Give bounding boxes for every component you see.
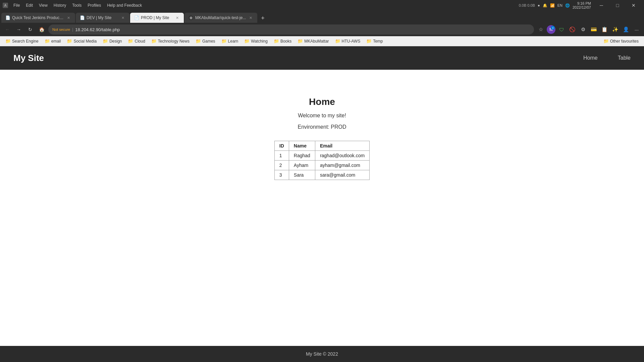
toolbar-icons: ☆ M3 🛡 🚫 ⚙ 💳 📋 ✨ 👤 ··· <box>536 25 641 34</box>
copilot-icon[interactable]: ✨ <box>610 25 620 34</box>
close-button[interactable]: ✕ <box>626 0 641 11</box>
bookmark-mkabumattar[interactable]: 📁 MKAbuMattar <box>295 37 331 45</box>
bookmark-design[interactable]: 📁 Design <box>100 37 124 45</box>
wallet-icon[interactable]: 💳 <box>589 25 598 34</box>
site-header: My Site Home Table <box>0 46 644 70</box>
bookmark-games[interactable]: 📁 Games <box>193 37 218 45</box>
home-button[interactable]: 🏠 <box>37 25 46 34</box>
menu-bar: File Edit View History Tools Profiles He… <box>11 2 145 8</box>
welcome-text: Welcome to my site! <box>298 113 346 119</box>
account-icon[interactable]: 👤 <box>621 25 631 34</box>
bookmarks-more[interactable]: 📁 Other favourites <box>601 37 641 45</box>
footer-text: My Site © 2022 <box>306 351 338 357</box>
system-tray: 0.0B 0.0B ● 🔔 📶 EN 🌐 <box>519 3 570 8</box>
cell-id: 1 <box>274 151 289 161</box>
security-indicator: Not secure <box>52 27 70 32</box>
site-nav: Home Table <box>583 55 631 61</box>
col-header-email: Email <box>315 141 369 151</box>
folder-icon: 📁 <box>244 39 250 44</box>
maximize-button[interactable]: □ <box>610 0 625 11</box>
folder-icon: 📁 <box>603 39 609 44</box>
folder-icon: 📁 <box>45 39 50 44</box>
menu-item-help[interactable]: Help and Feedback <box>104 2 145 8</box>
tab-2[interactable]: 📄 DEV | My Site ✕ <box>76 13 129 23</box>
website: My Site Home Table Home Welcome to my si… <box>0 46 644 362</box>
bookmark-cloud[interactable]: 📁 Cloud <box>125 37 148 45</box>
cell-name: Ayham <box>289 161 315 170</box>
bookmark-books[interactable]: 📁 Books <box>271 37 294 45</box>
tab-close-4[interactable]: ✕ <box>248 15 253 20</box>
battery-icon: ● <box>538 3 540 7</box>
cell-id: 2 <box>274 161 289 170</box>
folder-icon: 📁 <box>67 39 72 44</box>
nav-home[interactable]: Home <box>583 55 598 61</box>
keyboard-icon: EN <box>557 3 562 7</box>
minimize-button[interactable]: ─ <box>594 0 609 11</box>
cell-email: sara@gmail.com <box>315 170 369 180</box>
site-main: Home Welcome to my site! Environment: PR… <box>0 70 644 346</box>
collections-icon[interactable]: 📋 <box>600 25 609 34</box>
back-button[interactable]: ← <box>3 25 12 34</box>
folder-icon: 📁 <box>128 39 133 44</box>
bookmark-email[interactable]: 📁 email <box>42 37 64 45</box>
tab-close-2[interactable]: ✕ <box>120 15 125 20</box>
menu-item-view[interactable]: View <box>36 2 50 8</box>
folder-icon: 📁 <box>5 39 11 44</box>
address-bar[interactable]: Not secure | 18.204.62.90/table.php <box>48 24 534 35</box>
cell-email: raghad@outlook.com <box>315 151 369 161</box>
tab-1[interactable]: 📄 Quick Test Jenkins Product... ✕ <box>1 13 75 23</box>
tab-bar: 📄 Quick Test Jenkins Product... ✕ 📄 DEV … <box>0 11 644 23</box>
tab-title-2: DEV | My Site <box>87 15 118 20</box>
folder-icon: 📁 <box>335 39 340 44</box>
shield-icon[interactable]: 🛡 <box>557 25 566 34</box>
tab-3[interactable]: 📄 PROD | My Site ✕ <box>130 13 184 23</box>
refresh-button[interactable]: ↻ <box>25 25 35 34</box>
col-header-name: Name <box>289 141 315 151</box>
tab-favicon-2: 📄 <box>80 15 85 20</box>
block-icon[interactable]: 🚫 <box>568 25 577 34</box>
tab-4[interactable]: ⚙ MKAbuMattar/quick-test-je... ✕ <box>184 13 257 23</box>
folder-icon: 📁 <box>274 39 279 44</box>
network-status-icon: 📶 <box>550 3 555 8</box>
title-bar: A File Edit View History Tools Profiles … <box>0 0 644 11</box>
table-row: 3Sarasara@gmail.com <box>274 170 369 180</box>
bookmark-social-media[interactable]: 📁 Social Media <box>64 37 99 45</box>
bookmark-learn[interactable]: 📁 Learn <box>219 37 241 45</box>
bookmark-watching[interactable]: 📁 Watching <box>241 37 270 45</box>
cell-name: Raghad <box>289 151 315 161</box>
cell-name: Sara <box>289 170 315 180</box>
window-controls[interactable]: ─ □ ✕ <box>594 0 641 11</box>
site-footer: My Site © 2022 <box>0 346 644 362</box>
table-row: 1Raghadraghad@outlook.com <box>274 151 369 161</box>
folder-icon: 📁 <box>221 39 227 44</box>
clock: 9:16 PM 2022/12/07 <box>573 1 591 9</box>
folder-icon: 📁 <box>151 39 157 44</box>
menu-item-profiles[interactable]: Profiles <box>85 2 104 8</box>
folder-icon: 📁 <box>366 39 372 44</box>
menu-item-history[interactable]: History <box>51 2 69 8</box>
tab-close-3[interactable]: ✕ <box>174 15 180 20</box>
bookmark-tech-news[interactable]: 📁 Technology News <box>149 37 192 45</box>
bookmark-temp[interactable]: 📁 Temp <box>364 37 385 45</box>
tab-title-1: Quick Test Jenkins Product... <box>12 15 64 20</box>
new-tab-button[interactable]: + <box>258 13 267 23</box>
page-heading: Home <box>309 97 335 107</box>
profile-icon[interactable]: M3 <box>547 25 555 34</box>
menu-item-edit[interactable]: Edit <box>23 2 36 8</box>
col-header-id: ID <box>274 141 289 151</box>
tab-title-3: PROD | My Site <box>141 15 172 20</box>
tab-favicon-1: 📄 <box>5 15 10 20</box>
more-button[interactable]: ··· <box>632 25 641 34</box>
cell-email: ayham@gmail.com <box>315 161 369 170</box>
nav-table[interactable]: Table <box>618 55 631 61</box>
address-url: 18.204.62.90/table.php <box>75 27 530 32</box>
forward-button[interactable]: → <box>14 25 23 34</box>
settings-icon[interactable]: ⚙ <box>578 25 588 34</box>
menu-item-file[interactable]: File <box>11 2 22 8</box>
bookmark-htu-aws[interactable]: 📁 HTU-AWS <box>332 37 363 45</box>
tab-close-1[interactable]: ✕ <box>66 15 71 20</box>
favorites-icon[interactable]: ☆ <box>536 25 545 34</box>
speaker-icon: 🔔 <box>543 3 547 8</box>
bookmark-search-engine[interactable]: 📁 Search Engine <box>3 37 41 45</box>
menu-item-tools[interactable]: Tools <box>69 2 84 8</box>
